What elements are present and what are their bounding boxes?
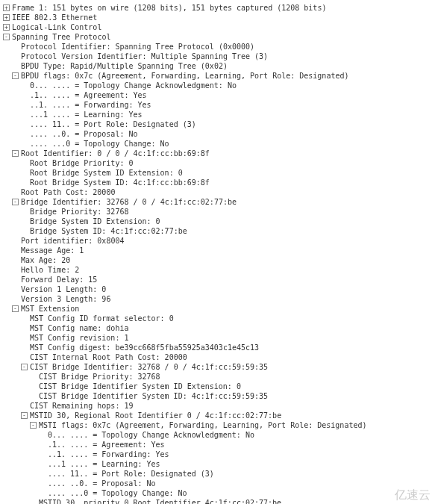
tree-row-label: Spanning Tree Protocol [12, 32, 110, 42]
tree-row-label: IEEE 802.3 Ethernet [12, 13, 97, 22]
tree-row-label: .... ...0 = Topology Change: No [48, 488, 187, 498]
tree-row[interactable]: MST Config digest: be39cc668f5fba55925a3… [3, 343, 432, 352]
tree-row-label: .... ..0. = Proposal: No [48, 479, 156, 488]
tree-row[interactable]: .... ..0. = Proposal: No [3, 479, 432, 488]
tree-row[interactable]: CIST Bridge Identifier System ID: 4c:1f:… [3, 391, 432, 401]
tree-row-label: .... ...0 = Topology Change: No [30, 139, 169, 149]
tree-row-label: .... 11.. = Port Role: Designated (3) [30, 119, 196, 129]
expand-icon[interactable]: + [3, 14, 10, 21]
tree-row[interactable]: .... 11.. = Port Role: Designated (3) [3, 119, 432, 129]
expand-icon[interactable]: + [3, 24, 10, 31]
tree-row-label: CIST Remaining hops: 19 [30, 401, 133, 411]
tree-row[interactable]: -CIST Bridge Identifier: 32768 / 0 / 4c:… [3, 362, 432, 372]
tree-row[interactable]: +Frame 1: 151 bytes on wire (1208 bits),… [3, 3, 432, 13]
tree-row-label: .... 11.. = Port Role: Designated (3) [48, 469, 214, 479]
tree-row[interactable]: Root Path Cost: 20000 [3, 187, 432, 197]
collapse-icon[interactable]: - [12, 305, 19, 312]
tree-row[interactable]: .... ..0. = Proposal: No [3, 129, 432, 139]
tree-row[interactable]: Max Age: 20 [3, 255, 432, 265]
tree-row[interactable]: MST Config name: dohia [3, 323, 432, 333]
tree-row[interactable]: .... ...0 = Topology Change: No [3, 488, 432, 498]
tree-row-label: Root Bridge System ID Extension: 0 [30, 168, 183, 178]
tree-row-label: MST Config name: dohia [30, 323, 128, 333]
tree-row-label: Bridge Identifier: 32768 / 0 / 4c:1f:cc:… [21, 197, 237, 207]
tree-row[interactable]: -Root Identifier: 0 / 0 / 4c:1f:cc:bb:69… [3, 149, 432, 158]
tree-row-label: Logical-Link Control [12, 22, 101, 32]
tree-row[interactable]: Version 3 Length: 96 [3, 294, 432, 304]
tree-row[interactable]: MSTID 30, priority 0 Root Identifier 4c:… [3, 498, 432, 504]
tree-row[interactable]: CIST Bridge Priority: 32768 [3, 372, 432, 382]
tree-row-label: 0... .... = Topology Change Acknowledgme… [48, 430, 254, 440]
tree-row[interactable]: MST Config ID format selector: 0 [3, 314, 432, 323]
tree-row-label: ..1. .... = Forwarding: Yes [30, 100, 151, 110]
tree-row[interactable]: Version 1 Length: 0 [3, 284, 432, 294]
tree-row-label: 0... .... = Topology Change Acknowledgme… [30, 81, 237, 90]
tree-row-label: MST Config ID format selector: 0 [30, 314, 174, 323]
tree-row[interactable]: ...1 .... = Learning: Yes [3, 110, 432, 119]
tree-row[interactable]: -MSTI flags: 0x7c (Agreement, Forwarding… [3, 420, 432, 430]
tree-row-label: CIST Bridge Identifier: 32768 / 0 / 4c:1… [30, 362, 268, 372]
tree-row-label: Root Bridge System ID: 4c:1f:cc:bb:69:8f [30, 178, 210, 187]
tree-row[interactable]: Protocol Identifier: Spanning Tree Proto… [3, 42, 432, 52]
collapse-icon[interactable]: - [30, 422, 37, 429]
tree-row-label: Bridge Priority: 32768 [30, 207, 128, 217]
collapse-icon[interactable]: - [3, 34, 10, 40]
tree-row-label: ...1 .... = Learning: Yes [48, 459, 160, 469]
tree-row[interactable]: 0... .... = Topology Change Acknowledgme… [3, 430, 432, 440]
collapse-icon[interactable]: - [12, 199, 19, 205]
tree-row[interactable]: Bridge System ID: 4c:1f:cc:02:77:be [3, 226, 432, 236]
tree-row-label: Root Path Cost: 20000 [21, 187, 115, 197]
tree-row[interactable]: +Logical-Link Control [3, 22, 432, 32]
tree-row-label: Frame 1: 151 bytes on wire (1208 bits), … [12, 3, 326, 13]
tree-row[interactable]: -Bridge Identifier: 32768 / 0 / 4c:1f:cc… [3, 197, 432, 207]
tree-row[interactable]: Root Bridge Priority: 0 [3, 158, 432, 168]
tree-row[interactable]: .1.. .... = Agreement: Yes [3, 440, 432, 449]
tree-row[interactable]: Message Age: 1 [3, 246, 432, 255]
tree-row[interactable]: Port identifier: 0x8004 [3, 236, 432, 246]
tree-row[interactable]: BPDU Type: Rapid/Multiple Spanning Tree … [3, 61, 432, 71]
tree-row-label: CIST Bridge Identifier System ID Extensi… [39, 382, 241, 391]
tree-row-label: Protocol Version Identifier: Multiple Sp… [21, 52, 268, 61]
tree-row[interactable]: +IEEE 802.3 Ethernet [3, 13, 432, 22]
tree-row[interactable]: Bridge Priority: 32768 [3, 207, 432, 217]
tree-row[interactable]: .... ...0 = Topology Change: No [3, 139, 432, 149]
tree-row-label: Bridge System ID: 4c:1f:cc:02:77:be [30, 226, 187, 236]
tree-row[interactable]: Forward Delay: 15 [3, 275, 432, 284]
packet-details-tree[interactable]: +Frame 1: 151 bytes on wire (1208 bits),… [3, 3, 432, 504]
tree-row[interactable]: CIST Internal Root Path Cost: 20000 [3, 352, 432, 362]
collapse-icon[interactable]: - [21, 412, 28, 419]
tree-row[interactable]: Root Bridge System ID Extension: 0 [3, 168, 432, 178]
collapse-icon[interactable]: - [12, 150, 19, 157]
tree-row-label: Port identifier: 0x8004 [21, 236, 124, 246]
tree-row[interactable]: MST Config revision: 1 [3, 333, 432, 343]
tree-row[interactable]: -BPDU flags: 0x7c (Agreement, Forwarding… [3, 71, 432, 81]
tree-row[interactable]: .... 11.. = Port Role: Designated (3) [3, 469, 432, 479]
tree-row[interactable]: -MSTID 30, Regional Root Identifier 0 / … [3, 411, 432, 420]
tree-row[interactable]: CIST Remaining hops: 19 [3, 401, 432, 411]
tree-row-label: Version 1 Length: 0 [21, 284, 106, 294]
tree-row[interactable]: Hello Time: 2 [3, 265, 432, 275]
tree-row[interactable]: ...1 .... = Learning: Yes [3, 459, 432, 469]
tree-row[interactable]: Bridge System ID Extension: 0 [3, 217, 432, 226]
tree-row-label: CIST Internal Root Path Cost: 20000 [30, 352, 187, 362]
tree-row[interactable]: ..1. .... = Forwarding: Yes [3, 100, 432, 110]
tree-row[interactable]: -Spanning Tree Protocol [3, 32, 432, 42]
tree-row[interactable]: -MST Extension [3, 304, 432, 314]
tree-row-label: Bridge System ID Extension: 0 [30, 217, 160, 226]
tree-row[interactable]: Protocol Version Identifier: Multiple Sp… [3, 52, 432, 61]
tree-row[interactable]: Root Bridge System ID: 4c:1f:cc:bb:69:8f [3, 178, 432, 187]
tree-row-label: MST Extension [21, 304, 79, 314]
tree-row[interactable]: 0... .... = Topology Change Acknowledgme… [3, 81, 432, 90]
expand-icon[interactable]: + [3, 4, 10, 11]
collapse-icon[interactable]: - [21, 364, 28, 370]
tree-row-label: Message Age: 1 [21, 246, 84, 255]
tree-row-label: Forward Delay: 15 [21, 275, 97, 284]
tree-row-label: CIST Bridge Identifier System ID: 4c:1f:… [39, 391, 268, 401]
tree-row-label: Root Bridge Priority: 0 [30, 158, 133, 168]
tree-row-label: MST Config digest: be39cc668f5fba55925a3… [30, 343, 259, 352]
collapse-icon[interactable]: - [12, 72, 19, 79]
tree-row[interactable]: CIST Bridge Identifier System ID Extensi… [3, 382, 432, 391]
tree-row[interactable]: .1.. .... = Agreement: Yes [3, 90, 432, 100]
tree-row[interactable]: ..1. .... = Forwarding: Yes [3, 449, 432, 459]
tree-row-label: CIST Bridge Priority: 32768 [39, 372, 160, 382]
